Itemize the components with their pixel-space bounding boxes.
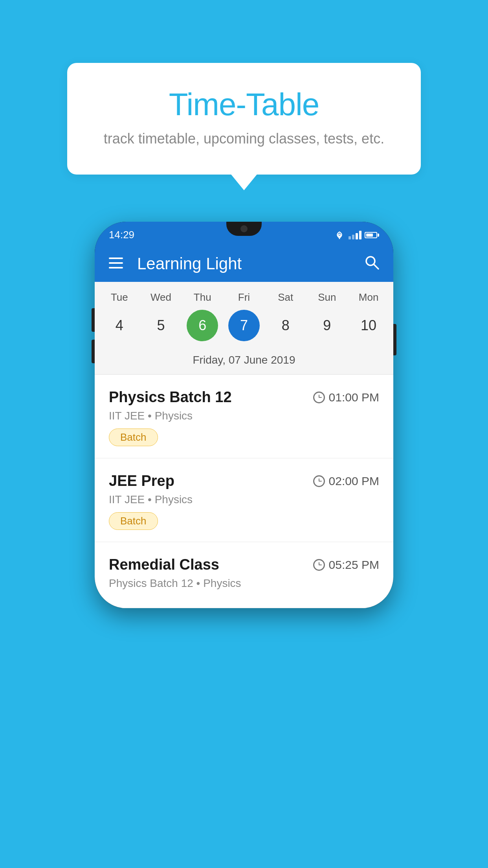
notch <box>226 222 262 236</box>
clock-icon-2 <box>313 559 325 571</box>
svg-rect-1 <box>109 262 123 264</box>
svg-line-4 <box>374 264 378 269</box>
schedule-item-title-0: Physics Batch 12 <box>109 389 232 406</box>
schedule-item-time-1: 02:00 PM <box>313 474 379 488</box>
date-item-7[interactable]: 7 <box>228 310 260 341</box>
volume-down-button <box>92 340 95 363</box>
tooltip-title: Time-Table <box>99 86 389 123</box>
volume-up-button <box>92 308 95 332</box>
schedule-item-header-0: Physics Batch 12 01:00 PM <box>109 389 379 406</box>
phone-wrapper: 14:29 <box>95 222 393 608</box>
schedule-item-title-2: Remedial Class <box>109 556 219 573</box>
time-text-0: 01:00 PM <box>329 391 379 404</box>
wifi-icon <box>334 231 345 239</box>
tooltip-card: Time-Table track timetable, upcoming cla… <box>67 63 421 175</box>
date-item-8[interactable]: 8 <box>270 310 301 341</box>
date-item-5[interactable]: 5 <box>145 310 177 341</box>
batch-badge-0: Batch <box>109 428 158 446</box>
calendar-strip: TueWedThuFriSatSunMon 45678910 Friday, 0… <box>95 282 393 375</box>
date-item-10[interactable]: 10 <box>353 310 384 341</box>
day-name-sat: Sat <box>270 291 301 303</box>
schedule-item-2[interactable]: Remedial Class 05:25 PM Physics Batch 12… <box>95 542 393 608</box>
date-item-6[interactable]: 6 <box>187 310 218 341</box>
svg-rect-2 <box>109 267 123 268</box>
batch-badge-1: Batch <box>109 512 158 530</box>
app-title: Learning Light <box>137 254 364 273</box>
schedule-item-time-2: 05:25 PM <box>313 558 379 572</box>
date-item-9[interactable]: 9 <box>311 310 343 341</box>
schedule-item-header-1: JEE Prep 02:00 PM <box>109 473 379 489</box>
schedule-item-header-2: Remedial Class 05:25 PM <box>109 556 379 573</box>
schedule-list: Physics Batch 12 01:00 PM IIT JEE • Phys… <box>95 375 393 608</box>
time-text-2: 05:25 PM <box>329 558 379 572</box>
signal-icon <box>349 231 361 239</box>
schedule-item-time-0: 01:00 PM <box>313 391 379 404</box>
day-name-fri: Fri <box>228 291 260 303</box>
svg-rect-0 <box>109 257 123 259</box>
schedule-item-subtitle-0: IIT JEE • Physics <box>109 410 379 422</box>
day-name-sun: Sun <box>311 291 343 303</box>
hamburger-menu-icon[interactable] <box>109 256 123 272</box>
schedule-item-subtitle-2: Physics Batch 12 • Physics <box>109 577 379 590</box>
day-name-wed: Wed <box>145 291 177 303</box>
day-name-thu: Thu <box>187 291 218 303</box>
phone-frame: 14:29 <box>95 222 393 608</box>
days-header: TueWedThuFriSatSunMon <box>95 282 393 307</box>
schedule-item-1[interactable]: JEE Prep 02:00 PM IIT JEE • Physics Batc… <box>95 458 393 542</box>
schedule-item-title-1: JEE Prep <box>109 473 174 489</box>
date-item-4[interactable]: 4 <box>104 310 135 341</box>
schedule-item-0[interactable]: Physics Batch 12 01:00 PM IIT JEE • Phys… <box>95 375 393 458</box>
clock-icon-0 <box>313 392 325 403</box>
dates-row: 45678910 <box>95 307 393 349</box>
time-text-1: 02:00 PM <box>329 474 379 488</box>
schedule-item-subtitle-1: IIT JEE • Physics <box>109 493 379 506</box>
day-name-mon: Mon <box>353 291 384 303</box>
clock-icon-1 <box>313 475 325 487</box>
search-button[interactable] <box>364 255 379 273</box>
battery-icon <box>365 232 379 238</box>
selected-date-label: Friday, 07 June 2019 <box>95 349 393 375</box>
status-time: 14:29 <box>109 229 134 241</box>
power-button <box>393 324 396 355</box>
day-name-tue: Tue <box>104 291 135 303</box>
app-bar: Learning Light <box>95 246 393 282</box>
status-icons <box>334 231 379 239</box>
camera-dot <box>240 225 248 232</box>
tooltip-subtitle: track timetable, upcoming classes, tests… <box>99 131 389 147</box>
